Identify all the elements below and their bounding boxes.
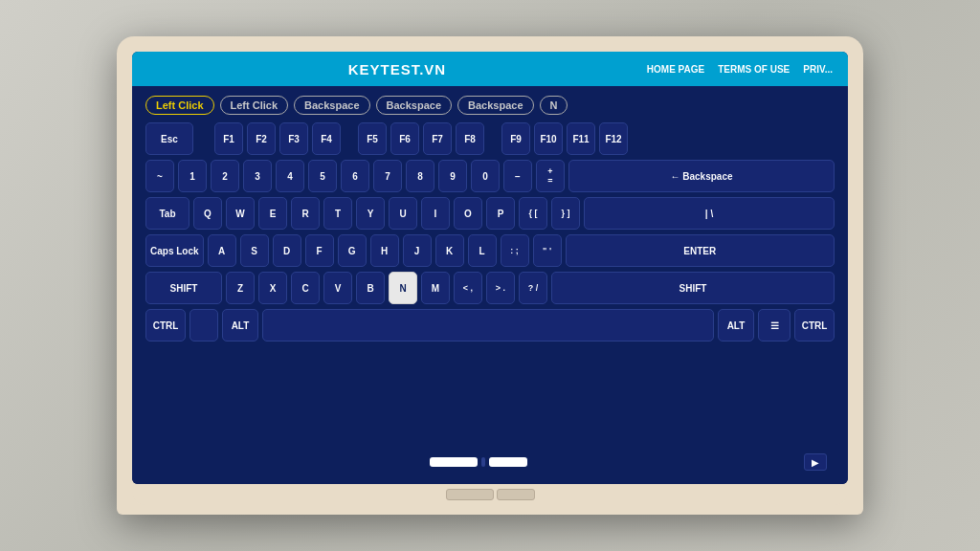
- key-rbracket[interactable]: } ]: [551, 197, 580, 230]
- recent-key-3: Backspace: [376, 96, 453, 115]
- key-equals[interactable]: +=: [536, 160, 565, 192]
- key-f12[interactable]: F12: [599, 122, 628, 155]
- key-ctrl-left[interactable]: CTRL: [145, 309, 186, 342]
- key-alt-left[interactable]: ALT: [222, 309, 258, 342]
- key-s[interactable]: S: [240, 234, 269, 267]
- key-7[interactable]: 7: [373, 160, 402, 192]
- key-f7[interactable]: F7: [423, 122, 452, 155]
- nav-home[interactable]: HOME PAGE: [647, 64, 704, 75]
- key-enter[interactable]: ENTER: [566, 234, 835, 267]
- laptop-shell: KEYTEST.VN HOME PAGE TERMS OF USE PRIV..…: [117, 36, 863, 515]
- key-u[interactable]: U: [389, 197, 417, 230]
- laptop-base: [132, 484, 848, 505]
- key-alt-right[interactable]: ALT: [718, 309, 754, 342]
- trackpad-area: [446, 489, 535, 500]
- key-period[interactable]: > .: [486, 272, 515, 304]
- key-3[interactable]: 3: [243, 160, 272, 192]
- key-backslash[interactable]: | \: [584, 197, 835, 230]
- key-j[interactable]: J: [403, 234, 432, 267]
- main-content: Left Click Left Click Backspace Backspac…: [132, 86, 848, 484]
- key-h[interactable]: H: [370, 234, 399, 267]
- key-t[interactable]: T: [323, 197, 352, 230]
- key-p[interactable]: P: [486, 197, 515, 230]
- key-f9[interactable]: F9: [501, 122, 530, 155]
- key-a[interactable]: A: [208, 234, 236, 267]
- header-bar: KEYTEST.VN HOME PAGE TERMS OF USE PRIV..…: [132, 52, 848, 86]
- key-9[interactable]: 9: [438, 160, 467, 192]
- key-6[interactable]: 6: [341, 160, 369, 192]
- bottom-scrollbar: ▶: [145, 450, 835, 474]
- nav-privacy[interactable]: PRIV...: [803, 64, 833, 75]
- key-m[interactable]: M: [421, 272, 450, 304]
- key-f2[interactable]: F2: [247, 122, 276, 155]
- key-minus[interactable]: −: [503, 160, 532, 192]
- scroll-right-arrow[interactable]: ▶: [804, 453, 827, 471]
- key-1[interactable]: 1: [178, 160, 207, 192]
- key-i[interactable]: I: [421, 197, 450, 230]
- key-slash[interactable]: ? /: [519, 272, 547, 304]
- number-key-row: ~ 1 2 3 4 5 6 7 8 9 0 − += ← Backspace: [145, 160, 835, 192]
- key-ctrl-right[interactable]: CTRL: [794, 309, 835, 342]
- key-q[interactable]: Q: [193, 197, 222, 230]
- key-shift-right[interactable]: SHIFT: [551, 272, 835, 304]
- keyboard: Esc F1 F2 F3 F4 F5 F6 F7 F8 F9 F10: [145, 122, 835, 442]
- key-backtick[interactable]: ~: [145, 160, 174, 192]
- key-y[interactable]: Y: [356, 197, 385, 230]
- key-space[interactable]: [262, 309, 714, 342]
- key-x[interactable]: X: [258, 272, 287, 304]
- key-r[interactable]: R: [291, 197, 320, 230]
- recent-keys-bar: Left Click Left Click Backspace Backspac…: [145, 96, 835, 115]
- key-win-left[interactable]: [189, 309, 218, 342]
- recent-key-1: Left Click: [220, 96, 289, 115]
- key-f[interactable]: F: [305, 234, 334, 267]
- key-n[interactable]: N: [389, 272, 417, 304]
- scroll-track: [153, 457, 804, 467]
- header-navigation: HOME PAGE TERMS OF USE PRIV...: [647, 64, 833, 75]
- trackpad-right[interactable]: [497, 489, 535, 500]
- key-c[interactable]: C: [291, 272, 320, 304]
- key-b[interactable]: B: [356, 272, 385, 304]
- scroll-thumb-right[interactable]: [489, 457, 527, 467]
- key-tab[interactable]: Tab: [145, 197, 189, 230]
- key-w[interactable]: W: [226, 197, 255, 230]
- scroll-divider: [481, 457, 485, 467]
- zxcv-row: SHIFT Z X C V B N M < , > . ? / SHIFT: [145, 272, 835, 304]
- function-key-row: Esc F1 F2 F3 F4 F5 F6 F7 F8 F9 F10: [145, 122, 835, 155]
- key-f6[interactable]: F6: [390, 122, 419, 155]
- key-g[interactable]: G: [338, 234, 367, 267]
- recent-key-0: Left Click: [145, 96, 214, 115]
- key-f5[interactable]: F5: [358, 122, 387, 155]
- key-e[interactable]: E: [258, 197, 287, 230]
- key-5[interactable]: 5: [308, 160, 337, 192]
- key-o[interactable]: O: [454, 197, 482, 230]
- key-comma[interactable]: < ,: [454, 272, 482, 304]
- key-d[interactable]: D: [273, 234, 301, 267]
- key-f8[interactable]: F8: [456, 122, 484, 155]
- key-2[interactable]: 2: [211, 160, 239, 192]
- key-semicolon[interactable]: : ;: [501, 234, 529, 267]
- key-z[interactable]: Z: [226, 272, 255, 304]
- key-8[interactable]: 8: [406, 160, 434, 192]
- key-lbracket[interactable]: { [: [519, 197, 547, 230]
- key-l[interactable]: L: [468, 234, 497, 267]
- key-backspace[interactable]: ← Backspace: [568, 160, 835, 192]
- key-0[interactable]: 0: [471, 160, 500, 192]
- key-v[interactable]: V: [323, 272, 352, 304]
- key-f3[interactable]: F3: [279, 122, 308, 155]
- key-quote[interactable]: " ': [533, 234, 562, 267]
- key-shift-left[interactable]: SHIFT: [145, 272, 222, 304]
- key-f1[interactable]: F1: [214, 122, 243, 155]
- qwerty-row: Tab Q W E R T Y U I O P { [ } ] | \: [145, 197, 835, 230]
- key-k[interactable]: K: [435, 234, 464, 267]
- key-f4[interactable]: F4: [312, 122, 341, 155]
- key-menu[interactable]: ☰: [758, 309, 791, 342]
- key-f11[interactable]: F11: [567, 122, 595, 155]
- key-capslock[interactable]: Caps Lock: [145, 234, 204, 267]
- key-4[interactable]: 4: [276, 160, 304, 192]
- key-esc[interactable]: Esc: [145, 122, 193, 155]
- recent-key-5: N: [540, 96, 568, 115]
- scroll-thumb-left[interactable]: [430, 457, 478, 467]
- nav-terms[interactable]: TERMS OF USE: [718, 64, 790, 75]
- key-f10[interactable]: F10: [534, 122, 563, 155]
- trackpad-left[interactable]: [446, 489, 494, 500]
